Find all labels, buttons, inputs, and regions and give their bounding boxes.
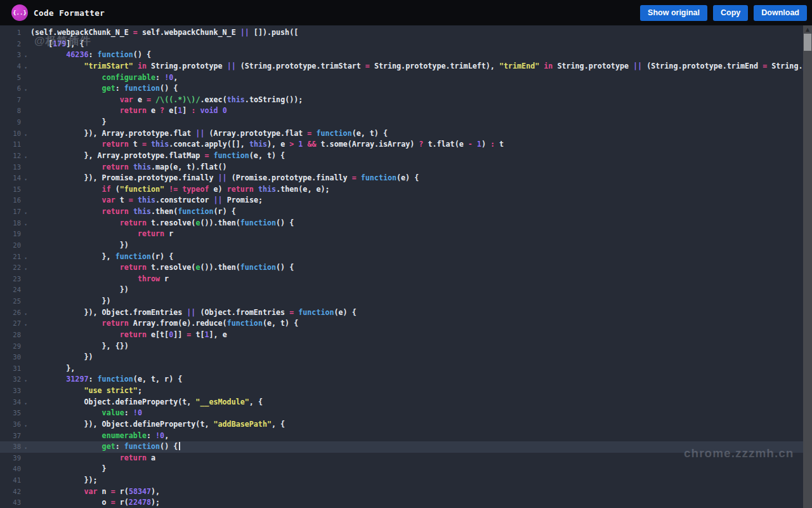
line-number: 42 [0, 486, 21, 498]
line-number: 15 [0, 184, 21, 196]
fold-spacer [21, 465, 30, 477]
line-number: 26 [0, 307, 21, 319]
code-line[interactable]: 5 configurable: !0, [0, 72, 803, 84]
line-number: 10 [0, 128, 21, 140]
fold-chevron-icon[interactable]: ▾ [21, 208, 30, 220]
app-title: Code Formatter [34, 8, 105, 18]
code-line[interactable]: 27▾ return Array.from(e).reduce(function… [0, 318, 803, 330]
code-line[interactable]: 24 }) [0, 284, 803, 296]
code-line[interactable]: 31 }, [0, 363, 803, 375]
code-line[interactable]: 4▾ "trimStart" in String.prototype || (S… [0, 61, 803, 72]
scrollbar-thumb[interactable] [804, 34, 811, 51]
code-line[interactable]: 21▾ }, function(r) { [0, 251, 803, 263]
line-number: 28 [0, 330, 21, 341]
fold-chevron-icon[interactable]: ▾ [21, 264, 30, 276]
copy-button[interactable]: Copy [713, 5, 748, 21]
code-text: return this.then(function(r) { [30, 206, 236, 218]
fold-chevron-icon[interactable]: ▾ [21, 220, 30, 231]
line-number: 11 [0, 139, 21, 150]
code-line[interactable]: 11 return t = this.concat.apply([], this… [0, 139, 803, 150]
code-line[interactable]: 35 value: !0 [0, 408, 803, 419]
code-line[interactable]: 40 } [0, 464, 803, 475]
code-line[interactable]: 25 }) [0, 296, 803, 307]
code-text: }, {}) [30, 341, 129, 352]
code-line[interactable]: 28 return e[t[0]] = t[1], e [0, 330, 803, 341]
line-number: 20 [0, 240, 21, 251]
fold-chevron-icon[interactable]: ▾ [21, 320, 30, 331]
fold-spacer [21, 97, 30, 108]
fold-spacer [21, 242, 30, 253]
fold-spacer [21, 119, 30, 130]
code-line[interactable]: 1(self.webpackChunk_N_E = self.webpackCh… [0, 27, 803, 39]
code-line[interactable]: 36▾ }), Object.defineProperty(t, "addBas… [0, 419, 803, 431]
fold-spacer [21, 410, 30, 421]
code-text: } [30, 464, 107, 475]
fold-chevron-icon[interactable]: ▾ [21, 175, 30, 186]
code-text: "trimStart" in String.prototype || (Stri… [30, 61, 803, 72]
code-line[interactable]: 19 return r [0, 229, 803, 240]
line-number: 8 [0, 105, 21, 117]
scrollbar-up-arrow-icon[interactable]: ▲ [803, 27, 812, 33]
code-text: }, Array.prototype.flatMap = function(e,… [30, 150, 285, 162]
code-line[interactable]: 32▾ 31297: function(e, t, r) { [0, 374, 803, 385]
fold-spacer [21, 107, 30, 119]
code-line[interactable]: 2 [179], { [0, 39, 803, 50]
fold-chevron-icon[interactable]: ▾ [21, 253, 30, 265]
fold-chevron-icon[interactable]: ▾ [21, 399, 30, 410]
line-number: 23 [0, 274, 21, 285]
code-lines: 1(self.webpackChunk_N_E = self.webpackCh… [0, 27, 803, 508]
code-line[interactable]: 9 } [0, 117, 803, 128]
code-line[interactable]: 17▾ return this.then(function(r) { [0, 206, 803, 218]
fold-chevron-icon[interactable]: ▾ [21, 152, 30, 164]
code-line[interactable]: 16 var t = this.constructor || Promise; [0, 195, 803, 206]
code-line[interactable]: 39 return a [0, 453, 803, 464]
code-line[interactable]: 13 return this.map(e, t).flat() [0, 162, 803, 173]
code-line[interactable]: 37 enumerable: !0, [0, 431, 803, 442]
line-number: 35 [0, 408, 21, 419]
line-number: 34 [0, 397, 21, 408]
fold-chevron-icon[interactable]: ▾ [21, 85, 30, 97]
code-line[interactable]: 22▾ return t.resolve(e()).then(function(… [0, 262, 803, 274]
code-line[interactable]: 43 o = r(22478); [0, 497, 803, 508]
code-line[interactable]: 41 }); [0, 475, 803, 486]
fold-chevron-icon[interactable]: ▾ [21, 63, 30, 74]
line-number: 19 [0, 229, 21, 240]
code-line[interactable]: 7 var e = /\((.*)\)/.exec(this.toString(… [0, 95, 803, 106]
code-editor[interactable]: 1(self.webpackChunk_N_E = self.webpackCh… [0, 25, 812, 508]
code-line[interactable]: 6▾ get: function() { [0, 83, 803, 95]
code-line[interactable]: 3▾ 46236: function() { [0, 50, 803, 61]
code-line[interactable]: 12▾ }, Array.prototype.flatMap = functio… [0, 150, 803, 162]
code-text: }, [30, 363, 75, 375]
fold-spacer [21, 343, 30, 354]
code-line[interactable]: 10▾ }), Array.prototype.flat || (Array.p… [0, 128, 803, 140]
fold-chevron-icon[interactable]: ▾ [21, 51, 30, 63]
download-button[interactable]: Download [754, 5, 807, 21]
code-line[interactable]: 29 }, {}) [0, 341, 803, 352]
code-line[interactable]: 26▾ }), Object.fromEntries || (Object.fr… [0, 307, 803, 319]
line-number: 39 [0, 453, 21, 464]
code-line[interactable]: 34▾ Object.defineProperty(t, "__esModule… [0, 397, 803, 408]
show-original-button[interactable]: Show original [640, 5, 707, 21]
code-line[interactable]: 30 }) [0, 352, 803, 363]
code-line[interactable]: 20 }) [0, 240, 803, 251]
code-text: var n = r(58347), [30, 486, 160, 498]
fold-chevron-icon[interactable]: ▾ [21, 376, 30, 387]
code-line[interactable]: 14▾ }), Promise.prototype.finally || (Pr… [0, 173, 803, 184]
line-number: 38 [0, 441, 21, 453]
code-line[interactable]: 23 throw r [0, 274, 803, 285]
code-line[interactable]: 8 return e ? e[1] : void 0 [0, 105, 803, 117]
code-line[interactable]: 33 "use strict"; [0, 385, 803, 397]
fold-chevron-icon[interactable]: ▾ [21, 130, 30, 142]
line-number: 13 [0, 162, 21, 173]
fold-chevron-icon[interactable]: ▾ [21, 309, 30, 321]
code-line[interactable]: 42 var n = r(58347), [0, 486, 803, 498]
code-line[interactable]: 38▾ get: function() { [0, 441, 803, 453]
code-text: return t = this.concat.apply([], this), … [30, 139, 504, 150]
code-line[interactable]: 15 if ("function" != typeof e) return th… [0, 184, 803, 196]
code-text: if ("function" != typeof e) return this.… [30, 184, 330, 196]
vertical-scrollbar[interactable]: ▲ [803, 25, 812, 508]
code-line[interactable]: 18▾ return t.resolve(e()).then(function(… [0, 218, 803, 229]
fold-chevron-icon[interactable]: ▾ [21, 443, 30, 455]
fold-chevron-icon[interactable]: ▾ [21, 421, 30, 432]
fold-spacer [21, 499, 30, 508]
